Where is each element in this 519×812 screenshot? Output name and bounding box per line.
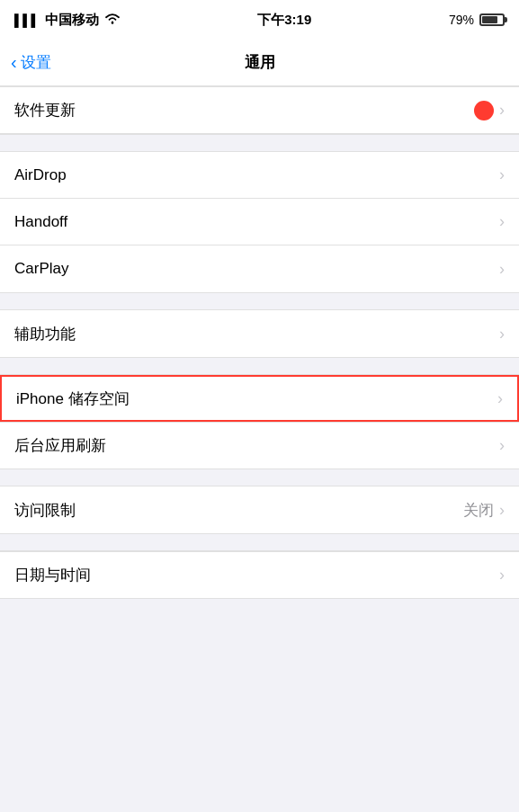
status-bar: ▌▌▌ 中国移动 下午3:19 79% bbox=[0, 0, 519, 40]
datetime-group: 日期与时间 › bbox=[0, 550, 519, 599]
section-gap-1 bbox=[0, 135, 519, 151]
iphone-storage-label: iPhone 储存空间 bbox=[16, 388, 130, 409]
partial-top-group: 软件更新 › bbox=[0, 86, 519, 135]
restrictions-item[interactable]: 访问限制 关闭 › bbox=[0, 486, 519, 533]
airdrop-item[interactable]: AirDrop › bbox=[0, 152, 519, 199]
back-button[interactable]: ‹ 设置 bbox=[11, 52, 51, 73]
chevron-icon: › bbox=[499, 501, 505, 520]
software-update-label: 软件更新 bbox=[14, 100, 76, 120]
datetime-label: 日期与时间 bbox=[14, 565, 91, 585]
chevron-icon: › bbox=[499, 212, 505, 231]
airdrop-group: AirDrop › Handoff › CarPlay › bbox=[0, 151, 519, 293]
datetime-item[interactable]: 日期与时间 › bbox=[0, 551, 519, 598]
section-gap-2 bbox=[0, 293, 519, 309]
section-gap-4 bbox=[0, 469, 519, 486]
chevron-icon: › bbox=[499, 165, 505, 184]
accessibility-right: › bbox=[499, 325, 505, 344]
chevron-icon: › bbox=[499, 101, 505, 120]
carrier-label: 中国移动 bbox=[45, 12, 99, 29]
red-badge bbox=[474, 101, 494, 120]
chevron-icon: › bbox=[499, 325, 505, 344]
wifi-icon bbox=[104, 13, 121, 28]
carplay-right: › bbox=[499, 260, 505, 279]
handoff-label: Handoff bbox=[14, 213, 67, 231]
back-chevron-icon: ‹ bbox=[11, 53, 17, 71]
chevron-icon: › bbox=[499, 566, 505, 584]
background-refresh-item[interactable]: 后台应用刷新 › bbox=[0, 422, 519, 468]
carplay-item[interactable]: CarPlay › bbox=[0, 245, 519, 292]
chevron-icon: › bbox=[497, 389, 503, 408]
chevron-icon: › bbox=[499, 436, 505, 455]
section-gap-5 bbox=[0, 534, 519, 550]
software-update-item[interactable]: 软件更新 › bbox=[0, 87, 519, 134]
signal-icon: ▌▌▌ bbox=[14, 13, 40, 27]
status-battery: 79% bbox=[449, 13, 505, 27]
battery-percent: 79% bbox=[449, 13, 474, 27]
accessibility-label: 辅助功能 bbox=[14, 324, 76, 344]
restrictions-label: 访问限制 bbox=[14, 500, 76, 521]
handoff-item[interactable]: Handoff › bbox=[0, 199, 519, 245]
iphone-storage-item[interactable]: iPhone 储存空间 › bbox=[0, 375, 519, 422]
handoff-right: › bbox=[499, 212, 505, 231]
status-time: 下午3:19 bbox=[257, 12, 311, 29]
chevron-icon: › bbox=[499, 260, 505, 279]
datetime-right: › bbox=[499, 566, 505, 584]
accessibility-group: 辅助功能 › bbox=[0, 309, 519, 358]
background-refresh-right: › bbox=[499, 436, 505, 455]
section-gap-3 bbox=[0, 358, 519, 374]
software-update-right: › bbox=[474, 101, 505, 120]
airdrop-label: AirDrop bbox=[14, 166, 67, 184]
nav-bar: ‹ 设置 通用 bbox=[0, 40, 519, 86]
status-carrier: ▌▌▌ 中国移动 bbox=[14, 12, 121, 29]
iphone-storage-right: › bbox=[497, 389, 503, 408]
svg-point-0 bbox=[111, 22, 113, 24]
restrictions-group: 访问限制 关闭 › bbox=[0, 486, 519, 534]
carplay-label: CarPlay bbox=[14, 260, 68, 278]
accessibility-item[interactable]: 辅助功能 › bbox=[0, 310, 519, 357]
battery-icon bbox=[479, 13, 505, 26]
restrictions-right: 关闭 › bbox=[463, 500, 505, 521]
page-title: 通用 bbox=[245, 52, 275, 73]
settings-content: 软件更新 › AirDrop › Handoff › CarPlay › bbox=[0, 86, 519, 599]
restrictions-value: 关闭 bbox=[463, 500, 494, 521]
airdrop-right: › bbox=[499, 165, 505, 184]
storage-group: iPhone 储存空间 › 后台应用刷新 › bbox=[0, 374, 519, 469]
back-label: 设置 bbox=[21, 52, 51, 73]
background-refresh-label: 后台应用刷新 bbox=[14, 435, 106, 456]
